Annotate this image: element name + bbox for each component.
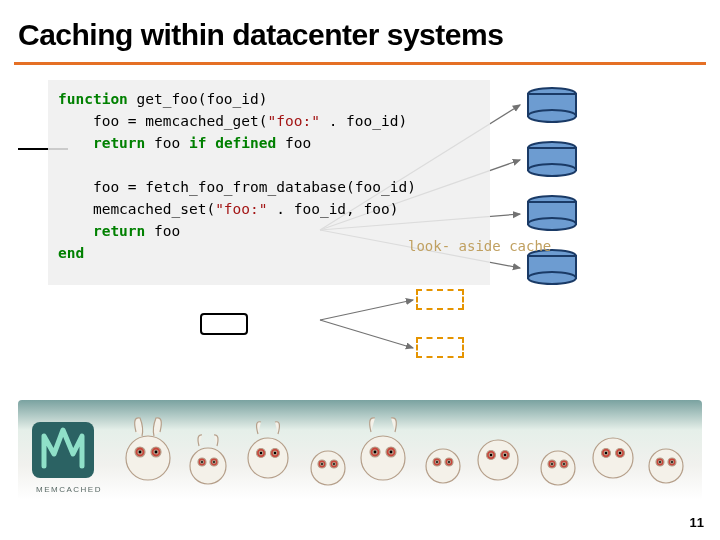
code-l2t: . foo_id) (320, 113, 407, 129)
code-l3b: foo (276, 135, 311, 151)
svg-point-24 (190, 448, 226, 484)
svg-point-54 (541, 451, 575, 485)
svg-point-12 (528, 196, 576, 208)
code-if: if defined (189, 135, 276, 151)
code-block: function get_foo(foo_id) foo = memcached… (58, 88, 416, 264)
label-lookaside: look- aside cache (408, 238, 551, 254)
svg-point-59 (593, 438, 633, 478)
code-l3a: foo (145, 135, 189, 151)
code-str2: "foo:" (215, 201, 267, 217)
svg-point-47 (436, 461, 439, 464)
code-str1: "foo:" (268, 113, 320, 129)
svg-rect-10 (528, 148, 576, 170)
svg-point-43 (389, 450, 393, 454)
small-node-box (200, 313, 248, 335)
svg-point-48 (448, 461, 451, 464)
cache-box-2 (416, 337, 464, 358)
svg-point-62 (604, 451, 608, 455)
svg-point-38 (333, 463, 336, 466)
svg-point-42 (373, 450, 377, 454)
svg-point-29 (248, 438, 288, 478)
svg-point-49 (478, 440, 518, 480)
svg-point-67 (659, 461, 662, 464)
code-l6t: . foo_id, foo) (268, 201, 399, 217)
page-number: 11 (690, 515, 704, 530)
memcached-banner: MEMCACHED (18, 400, 702, 500)
code-l5: foo = fetch_foo_from_database(foo_id) (58, 179, 416, 195)
svg-point-9 (528, 142, 576, 154)
slide-title: Caching within datacenter systems (18, 18, 503, 52)
svg-point-19 (126, 436, 170, 480)
svg-point-39 (361, 436, 405, 480)
svg-point-28 (213, 461, 216, 464)
svg-point-23 (154, 450, 158, 454)
svg-point-58 (563, 463, 566, 466)
code-fn: get_foo(foo_id) (128, 91, 268, 107)
svg-line-5 (320, 320, 413, 348)
svg-point-22 (138, 450, 142, 454)
svg-point-34 (311, 451, 345, 485)
svg-line-4 (320, 300, 413, 320)
code-ret1: return (58, 135, 145, 151)
svg-rect-13 (528, 202, 576, 224)
svg-point-33 (273, 451, 277, 455)
svg-rect-16 (528, 256, 576, 278)
svg-point-52 (489, 453, 493, 457)
svg-point-57 (551, 463, 554, 466)
memcached-logo-text: MEMCACHED (36, 485, 102, 494)
svg-point-68 (671, 461, 674, 464)
code-end: end (58, 245, 84, 261)
svg-point-6 (528, 88, 576, 100)
code-l2: foo = memcached_get( (58, 113, 268, 129)
svg-point-44 (426, 449, 460, 483)
code-ret2: return (58, 223, 145, 239)
svg-point-37 (321, 463, 324, 466)
code-l7t: foo (145, 223, 180, 239)
svg-point-11 (528, 164, 576, 176)
title-underline (14, 62, 706, 65)
svg-point-64 (649, 449, 683, 483)
code-kw-function: function (58, 91, 128, 107)
database-icons (528, 88, 576, 284)
cache-box-1 (416, 289, 464, 310)
svg-point-53 (503, 453, 507, 457)
svg-point-27 (201, 461, 204, 464)
svg-point-8 (528, 110, 576, 122)
svg-point-17 (528, 272, 576, 284)
svg-rect-7 (528, 94, 576, 116)
svg-point-14 (528, 218, 576, 230)
svg-point-32 (259, 451, 263, 455)
code-l6: memcached_set( (58, 201, 215, 217)
svg-point-63 (618, 451, 622, 455)
